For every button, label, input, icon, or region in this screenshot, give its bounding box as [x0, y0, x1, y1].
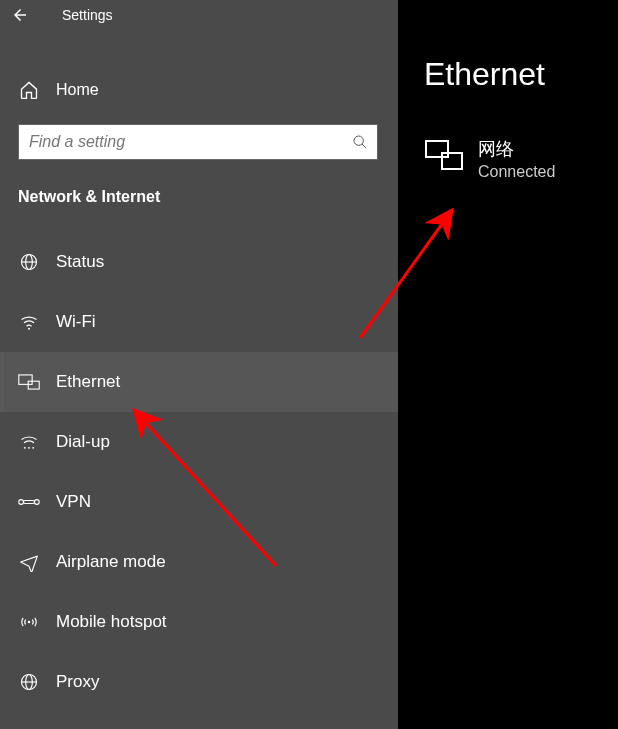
titlebar: Settings — [0, 0, 398, 30]
sidebar-item-status[interactable]: Status — [0, 232, 398, 292]
svg-point-11 — [19, 500, 24, 505]
sidebar-item-label: Airplane mode — [56, 552, 166, 572]
adapter-text: 网络 Connected — [478, 137, 555, 181]
svg-point-14 — [28, 621, 31, 624]
svg-rect-18 — [426, 141, 448, 157]
globe-icon — [18, 252, 40, 272]
svg-point-5 — [28, 328, 30, 330]
search-input[interactable] — [18, 124, 378, 160]
sidebar-item-label: Wi-Fi — [56, 312, 96, 332]
svg-point-9 — [28, 447, 30, 449]
adapter-name: 网络 — [478, 137, 555, 161]
sidebar-item-ethernet[interactable]: Ethernet — [0, 352, 398, 412]
nav-list: Status Wi-Fi Ethernet Dial-up VPN — [0, 232, 398, 712]
sidebar-item-label: Mobile hotspot — [56, 612, 167, 632]
sidebar-item-hotspot[interactable]: Mobile hotspot — [0, 592, 398, 652]
window-title: Settings — [62, 7, 113, 23]
ethernet-adapter-icon — [424, 137, 464, 173]
wifi-icon — [18, 312, 40, 332]
sidebar-item-airplane[interactable]: Airplane mode — [0, 532, 398, 592]
proxy-icon — [18, 672, 40, 692]
dialup-icon — [18, 432, 40, 452]
back-arrow-icon — [11, 6, 29, 24]
sidebar-item-dialup[interactable]: Dial-up — [0, 412, 398, 472]
sidebar-item-label: VPN — [56, 492, 91, 512]
sidebar-item-home[interactable]: Home — [0, 70, 398, 110]
sidebar-item-wifi[interactable]: Wi-Fi — [0, 292, 398, 352]
sidebar-item-label: Status — [56, 252, 104, 272]
sidebar-item-label: Proxy — [56, 672, 99, 692]
section-header: Network & Internet — [18, 188, 398, 206]
svg-point-10 — [32, 447, 34, 449]
ethernet-icon — [18, 372, 40, 392]
sidebar-item-label: Dial-up — [56, 432, 110, 452]
content-pane: Ethernet 网络 Connected — [398, 0, 618, 729]
vpn-icon — [18, 492, 40, 512]
svg-rect-6 — [19, 375, 32, 384]
adapter-status: Connected — [478, 163, 555, 181]
sidebar-item-vpn[interactable]: VPN — [0, 472, 398, 532]
search-field[interactable] — [18, 124, 378, 160]
network-adapter-item[interactable]: 网络 Connected — [424, 137, 618, 181]
sidebar-item-label: Ethernet — [56, 372, 120, 392]
svg-point-12 — [35, 500, 40, 505]
page-title: Ethernet — [424, 56, 618, 93]
back-button[interactable] — [8, 3, 32, 27]
sidebar-item-label: Home — [56, 81, 99, 99]
airplane-icon — [18, 552, 40, 572]
svg-rect-19 — [442, 153, 462, 169]
svg-point-8 — [24, 447, 26, 449]
hotspot-icon — [18, 612, 40, 632]
sidebar-item-proxy[interactable]: Proxy — [0, 652, 398, 712]
home-icon — [18, 80, 40, 100]
svg-rect-13 — [24, 500, 35, 503]
svg-rect-7 — [28, 381, 39, 389]
settings-sidebar: Settings Home Network & Internet Status … — [0, 0, 398, 729]
